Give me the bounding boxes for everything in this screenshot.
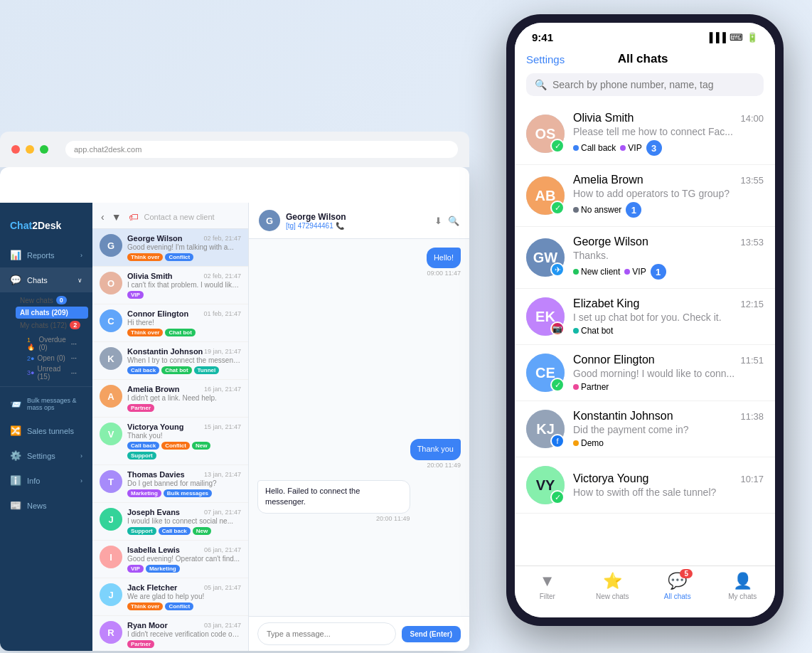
contact-placeholder: Contact a new client [144, 213, 241, 221]
bubble-time: 20:00 11:49 [257, 515, 410, 522]
phone-list-item[interactable]: GW ✈ George Wilson 13:53 Thanks. New cli… [515, 227, 775, 289]
chat-info: Jack Fletcher 05 jan, 21:47 We are glad … [127, 583, 241, 610]
phone-tab-new-chats[interactable]: ⭐ New chats [580, 572, 646, 600]
search-btn[interactable]: 🔍 [448, 216, 459, 226]
sidebar-item-bulk[interactable]: 📨 Bulk messages & mass ops [0, 390, 92, 418]
list-item[interactable]: O Olivia Smith 02 feb, 21:47 I can't fix… [92, 267, 248, 304]
tag-btn[interactable]: 🏷 [127, 210, 140, 224]
sidebar-overdue[interactable]: 1🔥 Overdue (0) ··· [20, 334, 84, 353]
phone-unread-badge: 3 [646, 140, 662, 156]
phone-chat-info: Konstantin Johnson 11:38 Did the payment… [573, 410, 764, 448]
sidebar-new-chats[interactable]: New chats 0 [20, 294, 84, 307]
tag: Tunnel [194, 366, 220, 374]
phone-list-item[interactable]: VY ✓ Victorya Young 10:17 How to swith o… [515, 457, 775, 514]
phone-tag: No answer [573, 205, 621, 215]
sidebar-item-info[interactable]: ℹ️ Info › [0, 468, 92, 493]
browser-address-bar[interactable]: app.chat2desk.com [65, 141, 458, 158]
list-item[interactable]: R Ryan Moor 03 jan, 21:47 I didn't recei… [92, 616, 248, 651]
chat-tags: Think over Conflict [127, 253, 241, 261]
phone-list-item[interactable]: OS ✓ Olivia Smith 14:00 Please tell me h… [515, 103, 775, 165]
main-contact-name: George Wilson [286, 212, 346, 222]
phone-search-input[interactable] [552, 79, 755, 90]
sidebar-item-sales[interactable]: 🔀 Sales tunnels [0, 418, 92, 443]
phone-chat-tags: Partner [573, 382, 764, 392]
list-item[interactable]: I Isabella Lewis 06 jan, 21:47 Good even… [92, 541, 248, 578]
avatar: K [100, 347, 122, 370]
chat-input[interactable] [257, 622, 396, 645]
chat-info: Connor Elington 01 feb, 21:47 Hi there! … [127, 309, 241, 336]
phone-tab-my-chats[interactable]: 👤 My chats [710, 572, 776, 600]
phone-list-item[interactable]: AB ✓ Amelia Brown 13:55 How to add opera… [515, 165, 775, 227]
filter-btn[interactable]: ▼ [110, 210, 123, 224]
chat-list-panel: ‹ ▼ 🏷 Contact a new client G George Wils… [92, 203, 249, 651]
tag: Partner [127, 404, 154, 412]
phone-chat-info: Amelia Brown 13:55 How to add operators … [573, 174, 764, 218]
list-item[interactable]: J Jack Fletcher 05 jan, 21:47 We are gla… [92, 578, 248, 616]
phone-search-icon: 🔍 [535, 79, 547, 90]
phone-list-item[interactable]: KJ f Konstantin Johnson 11:38 Did the pa… [515, 401, 775, 457]
chat-list-header: ‹ ▼ 🏷 Contact a new client [92, 203, 248, 229]
browser-close-dot[interactable] [11, 145, 20, 154]
sidebar-unread[interactable]: 3● Unread (15) ··· [20, 363, 84, 382]
chat-info: Victorya Young 15 jan, 21:47 Thank you! … [127, 423, 241, 460]
list-item[interactable]: A Amelia Brown 16 jan, 21:47 I didn't ge… [92, 380, 248, 418]
phone-search-bar[interactable]: 🔍 [526, 73, 764, 96]
message-bubble: Hello. Failed to connect the messenger. … [257, 480, 410, 522]
sidebar-item-news[interactable]: 📰 News [0, 493, 92, 518]
phone-settings-button[interactable]: Settings [526, 53, 565, 65]
new-chats-label: New chats [20, 297, 53, 304]
tag: Conflict [165, 253, 193, 261]
sidebar-item-settings[interactable]: ⚙️ Settings › [0, 443, 92, 468]
send-button[interactable]: Send (Enter) [402, 626, 461, 642]
new-chats-tab-label: New chats [596, 593, 629, 600]
chat-name: Jack Fletcher [127, 583, 177, 592]
chat-time: 13 jan, 21:47 [204, 471, 241, 478]
browser-minimize-dot[interactable] [26, 145, 34, 154]
phone-list-item[interactable]: EK 📷 Elizabet King 12:15 I set up chat b… [515, 289, 775, 345]
chat-list-items: G George Wilson 02 feb, 21:47 Good eveni… [92, 229, 248, 651]
phone-chat-tags: New client VIP 1 [573, 264, 764, 280]
list-item[interactable]: J Joseph Evans 07 jan, 21:47 I would lik… [92, 503, 248, 541]
my-chats-tab-label: My chats [728, 593, 757, 600]
phone-chat-preview: Please tell me how to connect Fac... [573, 126, 764, 137]
sidebar-all-chats[interactable]: All chats (209) [16, 307, 88, 319]
sidebar-info-label: Info [27, 477, 75, 485]
list-item[interactable]: G George Wilson 02 feb, 21:47 Good eveni… [92, 229, 248, 267]
sidebar-reports-label: Reports [27, 251, 75, 260]
phone-list-item[interactable]: CE ✓ Connor Elington 11:51 Good morning!… [515, 345, 775, 401]
chat-time: 03 jan, 21:47 [204, 622, 241, 629]
chat-info: Joseph Evans 07 jan, 21:47 I would like … [127, 508, 241, 535]
phone-all-chats-title: All chats [618, 52, 668, 66]
sidebar-item-reports[interactable]: 📊 Reports › [0, 243, 92, 267]
download-btn[interactable]: ⬇ [434, 216, 442, 226]
list-item[interactable]: K Konstantin Johnson 19 jan, 21:47 When … [92, 342, 248, 380]
bulk-icon: 📨 [10, 399, 21, 410]
battery-icon: 🔋 [747, 32, 758, 43]
phone-chat-name: Amelia Brown [573, 174, 643, 186]
sidebar-item-chats[interactable]: 💬 Chats ∨ [0, 267, 92, 292]
phone-tab-all-chats[interactable]: 💬 5 All chats [645, 572, 710, 600]
chat-name: George Wilson [127, 234, 183, 243]
list-item[interactable]: C Connor Elington 01 feb, 21:47 Hi there… [92, 304, 248, 342]
phone-tab-filter[interactable]: ▼ Filter [515, 572, 580, 600]
platform-whatsapp-badge: ✓ [550, 201, 565, 215]
list-item[interactable]: T Thomas Davies 13 jan, 21:47 Do I get b… [92, 465, 248, 503]
chat-time: 02 feb, 21:47 [203, 272, 241, 280]
reports-icon: 📊 [10, 250, 21, 260]
chat-preview: I can't fix that problem. I would like..… [127, 281, 241, 289]
all-chats-tab-icon: 💬 5 [668, 572, 687, 590]
sidebar-open[interactable]: 2● Open (0) ··· [20, 353, 84, 363]
chat-info: Konstantin Johnson 19 jan, 21:47 When I … [127, 347, 241, 374]
sidebar-my-chats[interactable]: My chats (172) 2 [20, 319, 84, 331]
all-chats-tab-badge: 5 [680, 569, 693, 578]
chat-time: 02 feb, 21:47 [203, 235, 241, 242]
phone-chat-tags: Chat bot [573, 326, 764, 336]
list-item[interactable]: V Victorya Young 15 jan, 21:47 Thank you… [92, 418, 248, 465]
phone-tab-bar: ▼ Filter ⭐ New chats 💬 5 All chats 👤 M [515, 566, 775, 617]
collapse-btn[interactable]: ‹ [100, 210, 106, 224]
my-chats-tab-icon: 👤 [733, 572, 752, 590]
sales-icon: 🔀 [10, 425, 21, 436]
chat-preview: Thank you! [127, 432, 241, 440]
browser-maximize-dot[interactable] [40, 145, 48, 154]
my-chats-badge: 2 [70, 321, 80, 329]
